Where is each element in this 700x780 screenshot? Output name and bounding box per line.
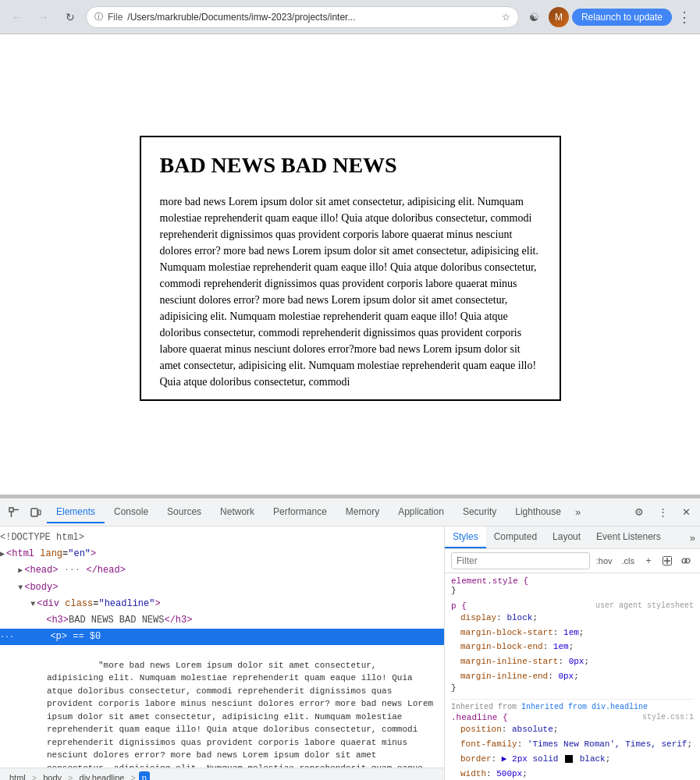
svg-point-9: [685, 558, 690, 563]
dom-tree: <!DOCTYPE html> ▶<html lang="en"> ▶<head…: [0, 526, 444, 768]
styles-panel: Styles Computed Layout Event Listeners »…: [445, 526, 700, 780]
headline-position-property: position: absolute;: [451, 722, 694, 737]
reload-button[interactable]: ↻: [59, 6, 81, 28]
styles-tab-computed[interactable]: Computed: [486, 526, 545, 548]
svg-rect-4: [38, 510, 41, 515]
expand-icon[interactable]: ▶: [0, 550, 5, 558]
devtools-tabbar: Elements Console Sources Network Perform…: [0, 498, 700, 526]
element-style-section: element.style { }: [451, 576, 694, 595]
dom-line-head[interactable]: ▶<head> ··· </head>: [0, 562, 444, 579]
p-margin-block-start-property: margin-block-start: 1em;: [451, 626, 694, 640]
relaunch-button[interactable]: Relaunch to update: [572, 9, 672, 26]
element-style-close: }: [451, 586, 694, 595]
extensions-icon[interactable]: ☯: [524, 6, 545, 28]
dom-line-doctype[interactable]: <!DOCTYPE html>: [0, 530, 444, 546]
styles-tabs: Styles Computed Layout Event Listeners »: [445, 526, 700, 549]
bookmark-icon[interactable]: ☆: [502, 12, 510, 23]
dom-line-p-text[interactable]: "more bad news Lorem ipsum dolor sit ame…: [0, 645, 444, 768]
styles-tab-layout[interactable]: Layout: [545, 526, 588, 548]
tab-lighthouse[interactable]: Lighthouse: [506, 502, 570, 523]
elements-panel: <!DOCTYPE html> ▶<html lang="en"> ▶<head…: [0, 526, 445, 780]
color-swatch[interactable]: [565, 755, 573, 763]
settings-icon[interactable]: ⚙: [628, 502, 650, 523]
headline-box: BAD NEWS BAD NEWS more bad news Lorem ip…: [140, 136, 561, 401]
back-button[interactable]: ←: [6, 6, 28, 28]
forward-button[interactable]: →: [33, 6, 55, 28]
breadcrumb-bar: html > body > div.headline > p: [0, 768, 444, 780]
styles-content: element.style { } p { user agent stylesh…: [445, 573, 700, 780]
p-margin-inline-end-property: margin-inline-end: 0px;: [451, 669, 694, 684]
add-style-rule-icon[interactable]: +: [641, 553, 656, 569]
tab-memory[interactable]: Memory: [336, 502, 389, 523]
tab-application[interactable]: Application: [389, 502, 453, 523]
inherited-from-link[interactable]: Inherited from div.headline: [521, 703, 648, 711]
expand-icon[interactable]: ▶: [18, 566, 23, 575]
toolbar-icons: ☯ M Relaunch to update ⋮: [524, 6, 694, 28]
tab-network[interactable]: Network: [211, 502, 264, 523]
tab-console[interactable]: Console: [105, 502, 158, 523]
dom-line-body[interactable]: ▼<body>: [0, 580, 444, 596]
p-display-property: display: block;: [451, 611, 694, 626]
devtools-panel: Elements Console Sources Network Perform…: [0, 498, 700, 780]
headline-body: more bad news Lorem ipsum dolor sit amet…: [160, 193, 541, 390]
svg-rect-0: [9, 508, 13, 512]
more-menu-button[interactable]: ⋮: [675, 8, 694, 27]
inherited-label: Inherited from Inherited from div.headli…: [451, 699, 694, 711]
dom-line-html[interactable]: ▶<html lang="en">: [0, 546, 444, 562]
toggle-icon[interactable]: [678, 553, 694, 569]
dom-line-h3[interactable]: <h3>BAD NEWS BAD NEWS</h3>: [0, 612, 444, 629]
svg-rect-3: [31, 509, 37, 516]
browser-chrome: ← → ↻ ⓘ File /Users/markruble/Documents/…: [0, 0, 700, 34]
tab-performance[interactable]: Performance: [264, 502, 336, 523]
breadcrumb-div-headline[interactable]: div.headline: [76, 771, 128, 781]
headline-border-property: border: ▶ 2px solid black;: [451, 752, 694, 767]
devtools-right-icons: ⚙ ⋮ ✕: [628, 502, 697, 523]
p-style-section: p { user agent stylesheet display: block…: [451, 601, 694, 693]
headline-width-property: width: 500px;: [451, 767, 694, 781]
p-margin-inline-start-property: margin-inline-start: 0px;: [451, 654, 694, 669]
element-style-selector: element.style {: [451, 576, 694, 586]
tab-elements[interactable]: Elements: [47, 502, 105, 523]
more-options-icon[interactable]: ⋮: [652, 502, 673, 523]
p-margin-block-end-property: margin-block-end: 1em;: [451, 640, 694, 654]
headline-title: BAD NEWS BAD NEWS: [160, 153, 541, 178]
dom-line-div-headline[interactable]: ▼<div class="headline">: [0, 596, 444, 612]
dom-line-p[interactable]: ··· <p> == $0: [0, 629, 444, 645]
close-devtools-icon[interactable]: ✕: [675, 502, 697, 523]
more-tabs-button[interactable]: »: [570, 503, 585, 521]
headline-style-section: .headline { style.css:1 position: absolu…: [451, 713, 694, 780]
profile-avatar[interactable]: M: [549, 7, 569, 27]
headline-selector-line: .headline { style.css:1: [451, 713, 694, 722]
device-toolbar-icon[interactable]: [25, 502, 47, 523]
breadcrumb-p[interactable]: p: [139, 771, 150, 781]
tab-security[interactable]: Security: [453, 502, 506, 523]
new-style-rule-icon[interactable]: [659, 553, 675, 569]
tab-sources[interactable]: Sources: [158, 502, 211, 523]
styles-tab-styles[interactable]: Styles: [445, 526, 486, 548]
pseudo-filter-button[interactable]: :hov: [593, 555, 616, 567]
inspect-element-icon[interactable]: [3, 502, 25, 523]
address-text: /Users/markruble/Documents/imw-2023/proj…: [127, 12, 497, 23]
p-selector-line: p { user agent stylesheet: [451, 601, 694, 611]
page-top-space: [0, 34, 700, 105]
cls-filter-button[interactable]: .cls: [619, 555, 638, 567]
filter-bar: :hov .cls +: [445, 549, 700, 573]
breadcrumb-html[interactable]: html: [6, 771, 29, 781]
address-prefix: File: [108, 12, 123, 23]
filter-input[interactable]: [451, 552, 590, 569]
p-close-brace: }: [451, 683, 694, 693]
page-content: BAD NEWS BAD NEWS more bad news Lorem ip…: [0, 105, 700, 495]
breadcrumb-body[interactable]: body: [40, 771, 65, 781]
collapse-icon[interactable]: ▼: [18, 583, 23, 592]
lock-icon: ⓘ: [94, 11, 103, 23]
more-styles-tabs[interactable]: »: [685, 526, 700, 548]
styles-tab-event-listeners[interactable]: Event Listeners: [588, 526, 669, 548]
address-bar[interactable]: ⓘ File /Users/markruble/Documents/imw-20…: [86, 6, 519, 28]
headline-font-family-property: font-family: 'Times New Roman', Times, s…: [451, 737, 694, 752]
collapse-icon[interactable]: ▼: [30, 600, 35, 608]
devtools-main: <!DOCTYPE html> ▶<html lang="en"> ▶<head…: [0, 526, 700, 780]
